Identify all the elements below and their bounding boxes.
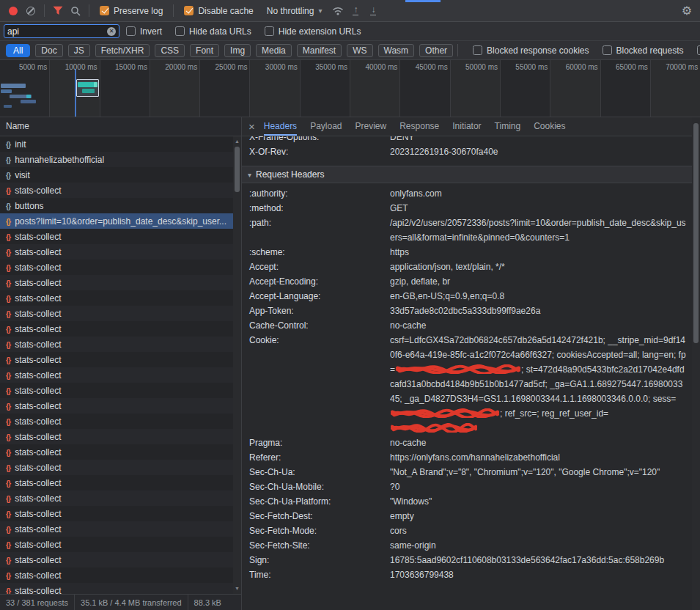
redaction-scribble bbox=[391, 423, 477, 433]
request-row[interactable]: stats-collect bbox=[0, 521, 233, 537]
details-tab[interactable]: Response bbox=[399, 117, 439, 136]
request-row[interactable]: stats-collect bbox=[0, 290, 233, 306]
json-file-icon bbox=[6, 540, 10, 549]
request-row[interactable]: stats-collect bbox=[0, 275, 233, 290]
checkbox-label: Hide data URLs bbox=[189, 26, 251, 37]
json-file-icon bbox=[6, 309, 10, 318]
timeline-overview[interactable]: 5000 ms 10000 ms 15000 ms 20000 ms 25000… bbox=[0, 60, 700, 117]
record-icon bbox=[9, 7, 18, 15]
request-row[interactable]: visit bbox=[0, 167, 233, 183]
request-row[interactable]: stats-collect bbox=[0, 414, 233, 429]
filter-option-checkbox[interactable]: Hide data URLs bbox=[175, 26, 251, 37]
scroll-down-icon[interactable]: ▼ bbox=[233, 585, 241, 592]
checkbox-label: Hide extension URLs bbox=[279, 26, 361, 37]
type-filter-chip[interactable]: WS bbox=[347, 44, 372, 57]
details-scrollbar[interactable] bbox=[692, 117, 700, 610]
close-details-icon[interactable]: × bbox=[248, 121, 255, 132]
checkbox-box bbox=[100, 6, 109, 15]
request-row[interactable]: stats-collect bbox=[0, 383, 233, 398]
request-row[interactable]: stats-collect bbox=[0, 490, 233, 506]
filter-box: ✕ bbox=[4, 24, 119, 38]
type-filter-chip[interactable]: Manifest bbox=[297, 44, 342, 57]
timeline-column: 20000 ms bbox=[150, 60, 200, 117]
advanced-filter-checkbox[interactable]: Blocked requests bbox=[603, 45, 684, 56]
clear-filter-icon[interactable]: ✕ bbox=[107, 27, 116, 36]
header-name: :path: bbox=[249, 216, 390, 245]
request-row[interactable]: stats-collect bbox=[0, 506, 233, 521]
details-tab[interactable]: Preview bbox=[355, 117, 387, 136]
disclosure-triangle-icon: ▾ bbox=[248, 171, 251, 179]
filter-option-checkbox[interactable]: Invert bbox=[126, 26, 162, 37]
export-har-icon: ↓ bbox=[370, 6, 376, 15]
details-tab[interactable]: Initiator bbox=[452, 117, 481, 136]
header-name: Sec-Ch-Ua-Platform: bbox=[249, 494, 390, 509]
clear-requests-button[interactable] bbox=[22, 3, 40, 19]
type-filter-chip[interactable]: Media bbox=[256, 44, 292, 57]
type-filter-chip[interactable]: JS bbox=[68, 44, 90, 57]
request-row[interactable]: stats-collect bbox=[0, 260, 233, 275]
type-filter-chip[interactable]: Img bbox=[224, 44, 251, 57]
type-filter-chip[interactable]: Fetch/XHR bbox=[95, 44, 150, 57]
request-row[interactable]: stats-collect bbox=[0, 367, 233, 383]
header-name: Sec-Ch-Ua: bbox=[249, 465, 390, 479]
request-row[interactable]: buttons bbox=[0, 198, 233, 213]
filter-toggle-button[interactable] bbox=[49, 3, 67, 19]
scrollbar-thumb[interactable] bbox=[693, 123, 699, 343]
type-filter-chip[interactable]: Wasm bbox=[378, 44, 415, 57]
throttling-dropdown[interactable]: No throttling ▾ bbox=[267, 6, 323, 16]
advanced-filter-checkbox[interactable]: 3rd-party requests bbox=[697, 45, 700, 56]
request-row[interactable]: stats-collect bbox=[0, 460, 233, 475]
request-row[interactable]: stats-collect bbox=[0, 352, 233, 367]
json-file-icon bbox=[6, 433, 10, 441]
request-row[interactable]: stats-collect bbox=[0, 444, 233, 460]
settings-gear-icon[interactable]: ⚙ bbox=[678, 3, 696, 19]
type-filter-chip[interactable]: Font bbox=[190, 44, 219, 57]
request-row[interactable]: stats-collect bbox=[0, 244, 233, 260]
filter-option-checkbox[interactable]: Hide extension URLs bbox=[265, 26, 361, 37]
type-filter-chip[interactable]: Doc bbox=[35, 44, 62, 57]
header-name: Referer: bbox=[249, 450, 390, 465]
request-headers-section-header[interactable]: ▾ Request Headers bbox=[242, 166, 692, 183]
request-row[interactable]: posts?limit=10&order=publish_date_desc&s… bbox=[0, 213, 233, 229]
search-button[interactable] bbox=[67, 3, 84, 19]
request-row[interactable]: stats-collect bbox=[0, 337, 233, 352]
details-tab[interactable]: Cookies bbox=[534, 117, 565, 136]
record-button[interactable] bbox=[4, 3, 22, 19]
scroll-up-icon[interactable]: ▲ bbox=[233, 138, 241, 145]
filter-input[interactable] bbox=[7, 26, 107, 37]
request-row[interactable]: stats-collect bbox=[0, 183, 233, 198]
request-row[interactable]: stats-collect bbox=[0, 306, 233, 321]
export-har-button[interactable]: ↓ bbox=[364, 3, 382, 19]
request-row[interactable]: stats-collect bbox=[0, 537, 233, 552]
type-filter-chip[interactable]: CSS bbox=[155, 44, 185, 57]
header-row: Referer:https://onlyfans.com/hannaheliza… bbox=[242, 450, 692, 465]
request-row[interactable]: stats-collect bbox=[0, 475, 233, 490]
request-name: stats-collect bbox=[15, 570, 229, 581]
header-row: :authority:onlyfans.com bbox=[242, 186, 692, 201]
disable-cache-checkbox[interactable]: Disable cache bbox=[184, 6, 253, 16]
import-har-button[interactable]: ↑ bbox=[347, 3, 364, 19]
request-row[interactable]: stats-collect bbox=[0, 398, 233, 414]
requests-scrollbar[interactable]: ▲ ▼ bbox=[233, 136, 241, 594]
scrollbar-thumb[interactable] bbox=[235, 147, 240, 192]
name-column-header[interactable]: Name bbox=[0, 117, 241, 136]
request-row[interactable]: stats-collect bbox=[0, 429, 233, 444]
advanced-filter-checkbox[interactable]: Blocked response cookies bbox=[473, 45, 589, 56]
timeline-column: 15000 ms bbox=[100, 60, 150, 117]
request-row[interactable]: stats-collect bbox=[0, 229, 233, 244]
details-tab[interactable]: Timing bbox=[495, 117, 521, 136]
header-value: "Windows" bbox=[390, 494, 692, 509]
details-tab[interactable]: Headers bbox=[264, 117, 297, 136]
request-row[interactable]: init bbox=[0, 136, 233, 152]
details-tab[interactable]: Payload bbox=[310, 117, 342, 136]
request-row[interactable]: stats-collect bbox=[0, 567, 233, 583]
timeline-tick-label: 25000 ms bbox=[215, 63, 248, 71]
type-filter-chip[interactable]: All bbox=[6, 44, 30, 57]
request-row[interactable]: stats-collect bbox=[0, 583, 233, 594]
request-row[interactable]: stats-collect bbox=[0, 552, 233, 567]
request-row[interactable]: stats-collect bbox=[0, 321, 233, 337]
request-row[interactable]: hannahelizabethofficial bbox=[0, 152, 233, 167]
preserve-log-checkbox[interactable]: Preserve log bbox=[100, 6, 163, 16]
network-conditions-button[interactable] bbox=[329, 3, 347, 19]
type-filter-chip[interactable]: Other bbox=[419, 44, 453, 57]
